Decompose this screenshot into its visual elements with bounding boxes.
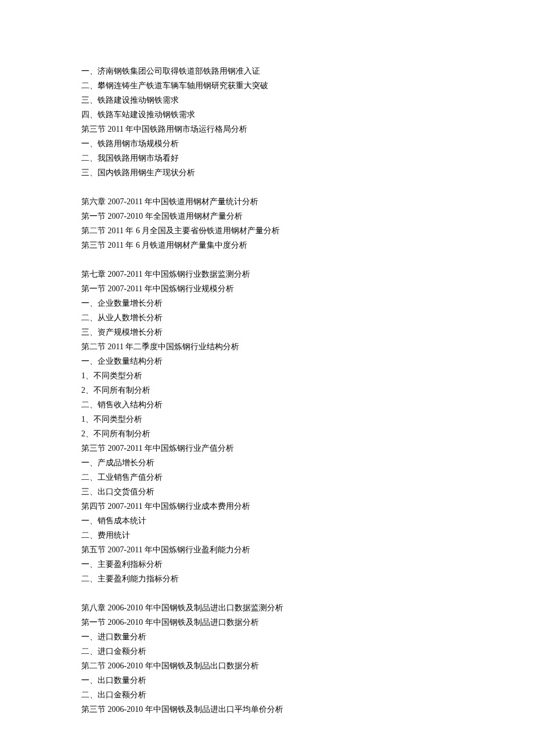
toc-line: 二、主要盈利能力指标分析 bbox=[81, 571, 453, 586]
toc-line: 第三节 2006-2010 年中国钢铁及制品进出口平均单价分析 bbox=[81, 702, 453, 717]
toc-line: 一、济南钢铁集团公司取得铁道部铁路用钢准入证 bbox=[81, 64, 453, 78]
document-page: 一、济南钢铁集团公司取得铁道部铁路用钢准入证 二、攀钢连铸生产铁道车辆车轴用钢研… bbox=[0, 0, 534, 756]
toc-line: 一、出口数量分析 bbox=[81, 673, 453, 688]
toc-line: 一、销售成本统计 bbox=[81, 513, 453, 528]
toc-line: 一、产成品增长分析 bbox=[81, 455, 453, 470]
toc-line: 四、铁路车站建设推动钢铁需求 bbox=[81, 107, 453, 122]
toc-line: 第一节 2007-2010 年全国铁道用钢材产量分析 bbox=[81, 209, 453, 223]
toc-line: 第一节 2006-2010 年中国钢铁及制品进口数据分析 bbox=[81, 615, 453, 630]
toc-line: 第七章 2007-2011 年中国炼钢行业数据监测分析 bbox=[81, 267, 453, 281]
toc-line: 一、企业数量结构分析 bbox=[81, 354, 453, 368]
toc-line: 二、从业人数增长分析 bbox=[81, 310, 453, 325]
toc-line: 二、我国铁路用钢市场看好 bbox=[81, 151, 453, 165]
toc-line: 三、铁路建设推动钢铁需求 bbox=[81, 93, 453, 107]
toc-line: 第八章 2006-2010 年中国钢铁及制品进出口数据监测分析 bbox=[81, 601, 453, 615]
toc-block-3: 第八章 2006-2010 年中国钢铁及制品进出口数据监测分析 第一节 2006… bbox=[81, 601, 453, 717]
toc-line: 一、进口数量分析 bbox=[81, 630, 453, 644]
toc-line: 第三节 2011 年 6 月铁道用钢材产量集中度分析 bbox=[81, 238, 453, 252]
toc-line: 第五节 2007-2011 年中国炼钢行业盈利能力分析 bbox=[81, 542, 453, 557]
toc-line: 二、费用统计 bbox=[81, 528, 453, 542]
toc-line: 第三节 2007-2011 年中国炼钢行业产值分析 bbox=[81, 441, 453, 455]
toc-block-2: 第七章 2007-2011 年中国炼钢行业数据监测分析 第一节 2007-201… bbox=[81, 267, 453, 586]
toc-line: 三、资产规模增长分析 bbox=[81, 325, 453, 339]
toc-line: 二、出口金额分析 bbox=[81, 688, 453, 702]
toc-line: 2、不同所有制分析 bbox=[81, 383, 453, 397]
toc-line: 一、主要盈利指标分析 bbox=[81, 557, 453, 571]
toc-line: 三、出口交货值分析 bbox=[81, 484, 453, 499]
toc-line: 1、不同类型分析 bbox=[81, 368, 453, 383]
toc-line: 第一节 2007-2011 年中国炼钢行业规模分析 bbox=[81, 281, 453, 296]
toc-line: 第二节 2011 年 6 月全国及主要省份铁道用钢材产量分析 bbox=[81, 223, 453, 238]
toc-line: 一、企业数量增长分析 bbox=[81, 296, 453, 310]
toc-line: 三、国内铁路用钢生产现状分析 bbox=[81, 165, 453, 180]
toc-line: 二、进口金额分析 bbox=[81, 644, 453, 659]
toc-line: 二、攀钢连铸生产铁道车辆车轴用钢研究获重大突破 bbox=[81, 78, 453, 93]
toc-line: 2、不同所有制分析 bbox=[81, 426, 453, 441]
toc-line: 第六章 2007-2011 年中国铁道用钢材产量统计分析 bbox=[81, 194, 453, 209]
toc-line: 1、不同类型分析 bbox=[81, 412, 453, 426]
toc-line: 第四节 2007-2011 年中国炼钢行业成本费用分析 bbox=[81, 499, 453, 513]
toc-line: 二、销售收入结构分析 bbox=[81, 397, 453, 412]
toc-line: 二、工业销售产值分析 bbox=[81, 470, 453, 484]
toc-block-1: 第六章 2007-2011 年中国铁道用钢材产量统计分析 第一节 2007-20… bbox=[81, 194, 453, 252]
toc-block-0: 一、济南钢铁集团公司取得铁道部铁路用钢准入证 二、攀钢连铸生产铁道车辆车轴用钢研… bbox=[81, 64, 453, 180]
toc-line: 一、铁路用钢市场规模分析 bbox=[81, 136, 453, 151]
toc-line: 第二节 2006-2010 年中国钢铁及制品出口数据分析 bbox=[81, 659, 453, 673]
toc-line: 第二节 2011 年二季度中国炼钢行业结构分析 bbox=[81, 339, 453, 354]
toc-line: 第三节 2011 年中国铁路用钢市场运行格局分析 bbox=[81, 122, 453, 136]
